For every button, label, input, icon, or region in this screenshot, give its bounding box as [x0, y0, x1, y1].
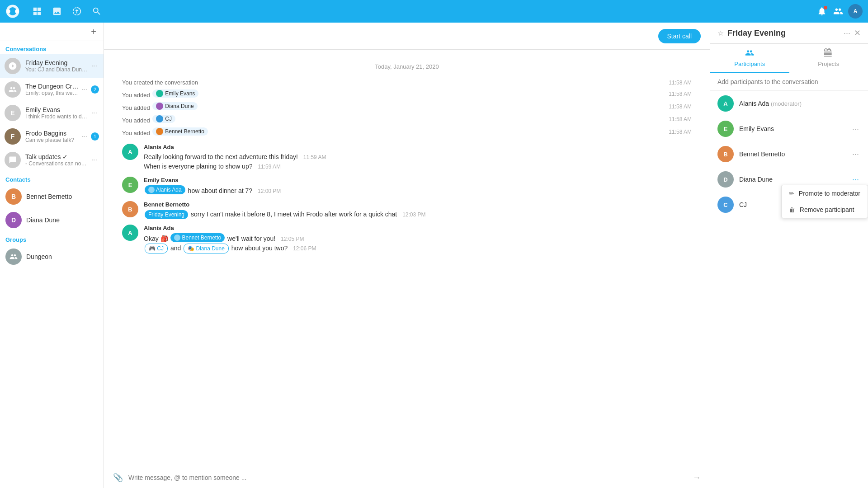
- projects-tab-icon: [824, 48, 833, 60]
- edit-icon: ✏: [789, 190, 794, 197]
- start-call-button[interactable]: Start call: [658, 29, 701, 43]
- panel-options-icon[interactable]: ···: [844, 28, 850, 38]
- attach-icon[interactable]: 📎: [113, 473, 123, 483]
- sidebar: D + Conversations Friday Evening You: CJ…: [0, 23, 104, 488]
- mention-chip-bennet: Bennet Bernetto: [170, 233, 225, 242]
- notifications-icon[interactable]: [816, 5, 828, 18]
- contacts-icon[interactable]: [832, 5, 844, 18]
- top-nav-right: A: [816, 4, 863, 19]
- conversation-menu-button[interactable]: ···: [90, 108, 99, 118]
- nextcloud-logo[interactable]: [5, 4, 20, 19]
- user-avatar[interactable]: A: [848, 4, 863, 19]
- new-conversation-button[interactable]: +: [88, 26, 99, 37]
- group-avatar: [5, 249, 22, 265]
- panel-tabs: Participants Projects: [710, 44, 868, 73]
- participant-avatar: E: [717, 121, 734, 137]
- message-avatar: E: [122, 177, 138, 193]
- conversation-menu-button[interactable]: ···: [90, 155, 99, 165]
- participant-menu-button[interactable]: ···: [850, 123, 861, 135]
- svg-point-2: [6, 9, 10, 14]
- add-participants-bar: [710, 73, 868, 91]
- group-dungeon[interactable]: Dungeon: [0, 245, 104, 268]
- tag-chip-friday-evening: Friday Evening: [145, 210, 188, 219]
- sidebar-item-talk-updates[interactable]: Talk updates ✓ - Conversations can now h…: [0, 148, 104, 172]
- conversation-preview: I think Frodo wants to date m...: [25, 113, 90, 120]
- message-group-alanis-1: A Alanis Ada Really looking forward to t…: [122, 144, 692, 171]
- participant-bennet[interactable]: B Bennet Bernetto ···: [710, 141, 868, 167]
- message-avatar: A: [122, 225, 138, 241]
- sidebar-item-emily-evans[interactable]: E Emily Evans I think Frodo wants to dat…: [0, 101, 104, 125]
- participant-name: Alanis Ada (moderator): [739, 100, 861, 107]
- chat-header: Start call: [104, 23, 710, 50]
- conversation-preview: Can we please talk?: [25, 137, 80, 143]
- svg-point-3: [15, 9, 19, 14]
- message-sender: Alanis Ada: [144, 225, 692, 231]
- message-group-emily: E Emily Evans Alanis Ada how about dinne…: [122, 177, 692, 196]
- participant-menu-button[interactable]: ···: [850, 174, 861, 185]
- participants-tab-icon: [745, 48, 754, 60]
- system-message-added-bennet: You added Bennet Bernetto 11:58 AM: [122, 126, 692, 138]
- system-message-added-cj: You added CJ 11:58 AM: [122, 113, 692, 126]
- search-input[interactable]: D: [5, 28, 88, 35]
- participant-alanis[interactable]: A Alanis Ada (moderator): [710, 91, 868, 116]
- mention-plain-cj: 🎮 CJ: [145, 244, 168, 253]
- conversation-menu-button[interactable]: ···: [80, 131, 89, 141]
- panel-close-button[interactable]: ✕: [854, 28, 861, 38]
- mention-plain-diana: 🎭 Diana Dune: [184, 244, 229, 253]
- message-group-alanis-2: A Alanis Ada Okay 🎒 Bennet Bernetto we'l…: [122, 225, 692, 253]
- panel-title: Friday Evening: [727, 28, 844, 38]
- message-sender: Bennet Bernetto: [144, 201, 692, 208]
- main-container: D + Conversations Friday Evening You: CJ…: [0, 23, 868, 488]
- send-button[interactable]: →: [693, 473, 701, 483]
- activity-icon[interactable]: [71, 5, 83, 18]
- contact-name: Diana Dune: [26, 216, 60, 224]
- contacts-section-label: Contacts: [0, 172, 104, 185]
- conversation-menu-button[interactable]: ···: [80, 84, 89, 94]
- conversation-name: Emily Evans: [25, 106, 90, 113]
- sidebar-item-dungeon-crew[interactable]: The Dungeon Crew Emily: opsy, this went …: [0, 78, 104, 101]
- remove-participant-option[interactable]: 🗑 Remove participant: [782, 202, 868, 218]
- message-avatar: A: [122, 144, 138, 160]
- participant-name: Bennet Bernetto: [739, 150, 850, 158]
- right-panel: ☆ Friday Evening ··· ✕ Participants Proj…: [710, 23, 868, 488]
- participant-avatar: C: [717, 197, 734, 213]
- conversation-avatar: [5, 58, 21, 74]
- conversation-menu-button[interactable]: ···: [90, 61, 99, 71]
- participant-diana[interactable]: D Diana Dune ··· ✏ Promote to moderator …: [710, 167, 868, 192]
- sidebar-item-frodo-baggins[interactable]: F Frodo Baggins Can we please talk? ··· …: [0, 125, 104, 148]
- contact-name: Bennet Bernetto: [26, 193, 72, 200]
- participant-list: A Alanis Ada (moderator) E Emily Evans ·…: [710, 91, 868, 488]
- chat-input[interactable]: [128, 474, 693, 481]
- contact-bennet[interactable]: B Bennet Bernetto: [0, 185, 104, 208]
- photos-icon[interactable]: [51, 5, 63, 18]
- conversation-preview: You: CJ and Diana Dune how a...: [25, 66, 90, 73]
- contact-diana[interactable]: D Diana Dune: [0, 208, 104, 232]
- system-message-added-emily: You added Emily Evans 11:58 AM: [122, 88, 692, 100]
- participants-tab-label: Participants: [734, 61, 765, 67]
- conversation-avatar: E: [5, 105, 21, 121]
- tab-participants[interactable]: Participants: [710, 44, 789, 73]
- add-participants-input[interactable]: [717, 78, 861, 85]
- conversation-name: Frodo Baggins: [25, 130, 80, 137]
- tab-projects[interactable]: Projects: [789, 44, 868, 73]
- participant-menu-button[interactable]: ···: [850, 149, 861, 160]
- files-icon[interactable]: [31, 5, 43, 18]
- promote-to-moderator-option[interactable]: ✏ Promote to moderator: [782, 185, 868, 202]
- chat-messages: Today, January 21, 2020 You created the …: [104, 50, 710, 467]
- chat-input-bar: 📎 →: [104, 467, 710, 488]
- conversation-preview: Emily: opsy, this went ...: [25, 90, 80, 96]
- conversation-preview: - Conversations can now have...: [25, 160, 90, 167]
- conversations-section-label: Conversations: [0, 41, 104, 54]
- chat-area: Start call Today, January 21, 2020 You c…: [104, 23, 710, 488]
- top-navigation: A: [0, 0, 868, 23]
- sidebar-search-bar: D +: [0, 23, 104, 41]
- unread-badge: 2: [91, 85, 99, 94]
- conversation-name: Friday Evening: [25, 59, 90, 66]
- unread-badge: 1: [91, 132, 99, 141]
- date-divider: Today, January 21, 2020: [122, 63, 692, 70]
- search-icon[interactable]: [90, 5, 103, 18]
- sidebar-item-friday-evening[interactable]: Friday Evening You: CJ and Diana Dune ho…: [0, 54, 104, 78]
- star-icon[interactable]: ☆: [717, 29, 724, 38]
- participant-emily[interactable]: E Emily Evans ···: [710, 116, 868, 141]
- participant-name: Diana Dune: [739, 176, 850, 183]
